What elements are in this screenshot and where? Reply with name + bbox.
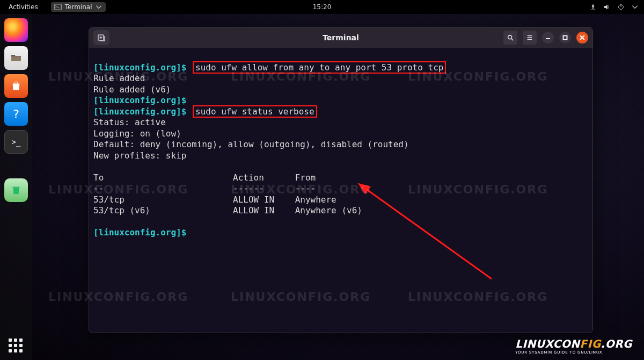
command-1: sudo ufw allow from any to any port 53 p… [193,61,446,74]
shell-prompt: [linuxconfig.org]$ [93,106,186,117]
output-line: Rule added (v6) [93,84,171,95]
output-line: Default: deny (incoming), allow (outgoin… [93,139,409,149]
command-2: sudo ufw status verbose [193,105,317,118]
folder-icon [10,52,23,64]
topbar-app-indicator[interactable]: Terminal [51,2,106,12]
brand-logo: LINUXCONFIG.ORG YOUR SYSADMIN GUIDE TO G… [515,337,632,355]
new-tab-button[interactable] [93,30,109,45]
terminal-body[interactable]: [linuxconfig.org]$ sudo ufw allow from a… [89,48,592,333]
shopping-bag-icon [10,80,22,92]
terminal-indicator-icon [54,3,62,11]
ufw-header: To Action From [93,172,588,184]
power-icon[interactable] [617,3,625,11]
new-tab-icon [97,33,106,42]
output-line: Rule added [93,73,145,83]
svg-rect-0 [55,4,61,10]
output-line: Logging: on (low) [93,128,181,139]
output-line: New profiles: skip [93,150,186,161]
svg-rect-2 [11,56,21,61]
hamburger-menu-button[interactable] [523,31,537,45]
terminal-titlebar[interactable]: Terminal [89,27,592,48]
ufw-row: 53/tcp (v6) ALLOW IN Anywhere (v6) [93,205,588,217]
minimize-icon [545,35,551,40]
activities-button[interactable]: Activities [5,2,41,12]
topbar-clock[interactable]: 15:20 [313,3,332,11]
dock-trash[interactable] [4,178,28,202]
close-button[interactable] [576,32,588,44]
terminal-window: Terminal [linuxconfig.org]$ sud [89,27,593,333]
topbar-app-label: Terminal [65,3,92,11]
maximize-button[interactable] [559,32,571,44]
shell-prompt: [linuxconfig.org]$ [93,62,186,73]
dock-app-software[interactable] [4,74,28,98]
chevron-down-icon[interactable] [631,3,639,11]
dock-app-help[interactable]: ? [4,102,28,126]
window-title: Terminal [323,33,359,42]
chevron-down-icon [95,3,103,11]
maximize-icon [562,35,568,40]
search-icon [507,34,514,41]
desktop: Activities Terminal 15:20 ? >_ [0,0,644,360]
ufw-row: 53/tcp ALLOW IN Anywhere [93,195,588,206]
dock: ? >_ [0,14,32,360]
gnome-topbar: Activities Terminal 15:20 [0,0,644,14]
output-line: Status: active [93,117,166,127]
show-applications-button[interactable] [9,339,24,354]
volume-icon[interactable] [603,3,611,11]
shell-prompt: [linuxconfig.org]$ [93,227,186,237]
shell-prompt: [linuxconfig.org]$ [93,95,186,105]
search-button[interactable] [503,31,517,45]
trash-icon [10,184,22,196]
network-icon[interactable] [589,3,597,11]
svg-point-5 [508,35,512,39]
dock-app-firefox[interactable] [4,18,28,42]
svg-rect-3 [13,187,20,188]
minimize-button[interactable] [542,32,554,44]
dock-app-files[interactable] [4,46,28,70]
svg-rect-6 [564,36,567,40]
ufw-divider: -- ------ ---- [93,183,588,195]
close-icon [580,35,585,40]
hamburger-icon [526,34,533,41]
dock-app-terminal[interactable]: >_ [4,130,28,154]
